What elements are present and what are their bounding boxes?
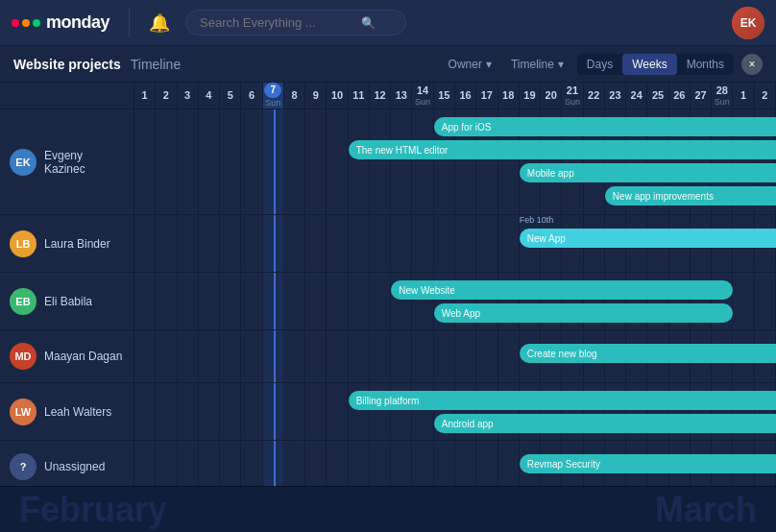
day-number: 2: [762, 89, 767, 102]
day-cell: 10: [327, 83, 348, 109]
user-name: Unassigned: [44, 460, 105, 473]
bars-area: Revmap Security: [134, 441, 776, 486]
day-cell: 19: [520, 83, 541, 109]
day-cell: 28Sun: [712, 83, 733, 109]
day-number: 24: [631, 89, 643, 102]
bell-icon[interactable]: 🔔: [149, 12, 170, 34]
day-cell: 26: [669, 83, 691, 109]
day-cell: 18: [498, 83, 520, 109]
rows-area: EKEvgeny KazinecApp for iOSThe new HTML …: [0, 109, 776, 486]
user-row: LWLeah WaltersBilling platformAndroid ap…: [0, 383, 776, 441]
day-cell: 17: [476, 83, 497, 109]
user-row: LBLaura BinderFeb 10thFeb 28thNew App: [0, 215, 776, 273]
user-name: Leah Walters: [44, 405, 111, 419]
user-avatar: LB: [10, 230, 36, 257]
weeks-btn[interactable]: Weeks: [622, 54, 676, 75]
day-cell: 25: [647, 83, 668, 109]
day-number: 12: [374, 89, 385, 102]
day-number: 23: [609, 89, 620, 102]
day-number: 10: [331, 89, 343, 102]
timeline-bar[interactable]: New App: [520, 229, 776, 248]
day-number: 13: [396, 89, 407, 102]
day-number: 1: [142, 89, 148, 102]
day-label: Sun: [415, 97, 430, 108]
day-label: Sun: [715, 97, 730, 108]
months-btn[interactable]: Months: [677, 54, 734, 75]
day-cell: 9: [305, 83, 327, 109]
timeline-bar[interactable]: New app improvements: [605, 186, 776, 206]
timeline-dropdown[interactable]: Timeline ▾: [505, 55, 570, 74]
timeline-bar[interactable]: Revmap Security: [520, 454, 776, 473]
day-number: 26: [673, 89, 685, 102]
day-number: 7: [264, 83, 281, 98]
user-info: MDMaayan Dagan: [0, 330, 134, 382]
day-number: 27: [694, 89, 706, 102]
timeline-bar[interactable]: New Website: [391, 280, 733, 300]
dot-green: [33, 19, 40, 27]
bars-area: Create new blogDynamic website: [134, 330, 776, 382]
timeline-bar[interactable]: Billing platform: [349, 391, 776, 410]
day-cell: 11: [349, 83, 370, 109]
day-number: 16: [459, 89, 471, 102]
sub-header: Website projects Timeline Owner ▾ Timeli…: [0, 46, 776, 83]
timeline-bar[interactable]: App for iOS: [434, 117, 776, 136]
day-cell: 13: [391, 83, 412, 109]
day-cell: 2: [755, 83, 776, 109]
day-cell: 22: [584, 83, 605, 109]
timeline-bar[interactable]: Android app: [434, 414, 776, 433]
user-name: Laura Binder: [44, 237, 110, 251]
user-avatar: MD: [10, 343, 36, 370]
user-avatar: EB: [10, 288, 36, 315]
user-info: EKEvgeny Kazinec: [0, 109, 134, 214]
bars-area: App for iOSThe new HTML editorMobile app…: [134, 109, 776, 214]
dot-orange: [22, 19, 30, 27]
day-cell: 7Sun: [263, 83, 284, 109]
day-number: 5: [228, 89, 233, 102]
owner-dropdown[interactable]: Owner ▾: [443, 55, 497, 74]
app-header: monday 🔔 🔍 EK: [0, 0, 776, 46]
day-number: 15: [438, 89, 449, 102]
day-cell: 6: [241, 83, 262, 109]
month-left: February: [0, 490, 388, 530]
user-row: MDMaayan DaganCreate new blogDynamic web…: [0, 330, 776, 383]
day-label: Sun: [565, 97, 580, 108]
day-number: 21: [567, 85, 578, 97]
day-headers-row: 1234567Sun891011121314Sun15161718192021S…: [0, 83, 776, 109]
timeline-bar[interactable]: The new HTML editor: [349, 140, 776, 159]
user-row: ?UnassignedRevmap Security: [0, 441, 776, 486]
bar-date-left: Feb 10th: [520, 215, 554, 225]
user-row: EBEli BabilaNew WebsiteWeb App: [0, 273, 776, 330]
day-cell: 24: [626, 83, 647, 109]
search-bar[interactable]: 🔍: [185, 10, 406, 36]
day-number: 11: [352, 89, 364, 102]
timeline-bar[interactable]: Mobile app: [520, 163, 776, 182]
user-row: EKEvgeny KazinecApp for iOSThe new HTML …: [0, 109, 776, 215]
day-cell: 5: [220, 83, 241, 109]
timeline-bar[interactable]: Create new blog: [520, 344, 776, 363]
view-toggle: Days Weeks Months: [577, 54, 734, 75]
day-cell: 14Sun: [412, 83, 433, 109]
day-cell: 16: [455, 83, 476, 109]
day-cell: 1: [134, 83, 156, 109]
day-cell: 12: [370, 83, 391, 109]
day-number: 9: [313, 89, 319, 102]
timeline-bar[interactable]: Web App: [434, 303, 734, 323]
logo: monday: [12, 12, 109, 33]
day-number: 18: [502, 89, 514, 102]
close-button[interactable]: ×: [741, 54, 763, 75]
search-input[interactable]: [200, 15, 353, 30]
day-cell: 4: [199, 83, 220, 109]
day-number: 25: [652, 89, 664, 102]
view-label: Timeline: [131, 57, 181, 72]
bars-area: New WebsiteWeb App: [134, 273, 776, 329]
day-cell: 23: [605, 83, 626, 109]
user-name: Eli Babila: [44, 295, 92, 308]
day-cell: 1: [733, 83, 754, 109]
days-btn[interactable]: Days: [577, 54, 622, 75]
day-number: 22: [588, 89, 599, 102]
avatar[interactable]: EK: [732, 7, 764, 39]
day-number: 8: [291, 89, 297, 102]
day-number: 3: [184, 89, 190, 102]
sub-header-controls: Owner ▾ Timeline ▾ Days Weeks Months ×: [443, 54, 763, 75]
day-number: 1: [740, 89, 746, 102]
